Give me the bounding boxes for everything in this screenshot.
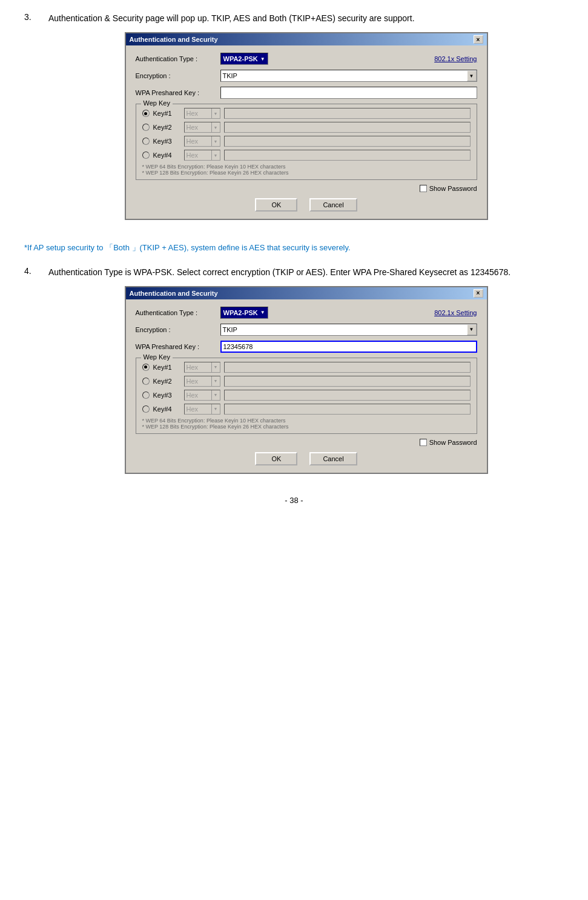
- wpa-key-input-2[interactable]: [220, 341, 477, 353]
- dialog-1-wrapper: Authentication and Security × Authentica…: [48, 32, 564, 220]
- page-footer: - 38 -: [24, 496, 564, 505]
- encryption-row-2: Encryption : TKIP ▼: [136, 324, 477, 336]
- show-password-checkbox-1[interactable]: [420, 185, 427, 192]
- dialog-1-close-button[interactable]: ×: [474, 35, 483, 44]
- wep-key3-radio-2[interactable]: [142, 392, 150, 399]
- auth-type-value-1: WPA2-PSK: [223, 55, 258, 62]
- setting-link-1[interactable]: 802.1x Setting: [434, 55, 477, 62]
- encryption-value-1: TKIP: [221, 72, 467, 79]
- encryption-arrow-1: ▼: [467, 70, 477, 81]
- step-3-text: Authentication & Security page will pop …: [48, 12, 564, 25]
- wpa-key-row-1: WPA Preshared Key :: [136, 87, 477, 99]
- dialog-1: Authentication and Security × Authentica…: [125, 32, 488, 220]
- wep-key1-dropdown-1[interactable]: Hex ▼: [184, 108, 220, 119]
- wep-key4-dropdown-1[interactable]: Hex ▼: [184, 150, 220, 161]
- dialog-2-title: Authentication and Security: [130, 290, 218, 297]
- wep-key3-row-1: Key#3 Hex ▼: [142, 136, 471, 147]
- wep-key3-dropdown-value-1: Hex: [185, 138, 211, 145]
- wep-key4-radio-1[interactable]: [142, 152, 150, 159]
- wep-key3-row-2: Key#3 Hex ▼: [142, 390, 471, 401]
- wep-key4-input-2[interactable]: [224, 404, 471, 415]
- wep-group-legend-1: Wep Key: [141, 99, 173, 107]
- encryption-dropdown-1[interactable]: TKIP ▼: [220, 70, 477, 82]
- wpa-key-input-1[interactable]: [220, 87, 477, 99]
- wep-key4-dropdown-value-1: Hex: [185, 152, 211, 159]
- wep-notes-1: * WEP 64 Bits Encryption: Please Keyin 1…: [142, 164, 471, 176]
- encryption-label-2: Encryption :: [136, 326, 220, 333]
- encryption-arrow-2: ▼: [467, 324, 477, 335]
- wep-key3-arrow-2: ▼: [211, 390, 220, 400]
- wep-key1-radio-2[interactable]: [142, 364, 150, 371]
- auth-type-dropdown-2[interactable]: WPA2-PSK ▼: [220, 307, 268, 319]
- wep-key4-dropdown-value-2: Hex: [185, 405, 211, 413]
- step-4: 4. Authentication Type is WPA-PSK. Selec…: [24, 266, 564, 484]
- wep-group-legend-2: Wep Key: [141, 353, 173, 361]
- auth-type-arrow-1: ▼: [260, 56, 265, 62]
- dialog-1-titlebar: Authentication and Security ×: [126, 33, 487, 45]
- wpa-key-row-2: WPA Preshared Key :: [136, 341, 477, 353]
- wep-key2-input-2[interactable]: [224, 376, 471, 387]
- wep-key4-radio-2[interactable]: [142, 405, 150, 413]
- step-3-content: Authentication & Security page will pop …: [48, 12, 564, 230]
- page-number: - 38 -: [285, 496, 303, 505]
- wep-key1-dropdown-2[interactable]: Hex ▼: [184, 362, 220, 373]
- wep-key3-radio-1[interactable]: [142, 138, 150, 145]
- show-password-row-2: Show Password: [136, 439, 477, 446]
- wep-key2-input-1[interactable]: [224, 122, 471, 133]
- wep-key2-dropdown-value-2: Hex: [185, 378, 211, 385]
- show-password-row-1: Show Password: [136, 185, 477, 192]
- wep-key2-row-2: Key#2 Hex ▼: [142, 376, 471, 387]
- wep-key4-row-2: Key#4 Hex ▼: [142, 404, 471, 415]
- wep-key2-arrow-2: ▼: [211, 376, 220, 386]
- wep-key2-dropdown-2[interactable]: Hex ▼: [184, 376, 220, 387]
- auth-type-label-1: Authentication Type :: [136, 55, 220, 62]
- wep-key3-input-1[interactable]: [224, 136, 471, 147]
- wep-key3-input-2[interactable]: [224, 390, 471, 401]
- encryption-row-1: Encryption : TKIP ▼: [136, 70, 477, 82]
- cancel-button-1[interactable]: Cancel: [309, 198, 357, 212]
- auth-type-value-2: WPA2-PSK: [223, 309, 258, 316]
- note-text: *If AP setup security to 「Both 」(TKIP + …: [24, 242, 564, 254]
- wep-key3-dropdown-2[interactable]: Hex ▼: [184, 390, 220, 401]
- wep-key1-row-1: Key#1 Hex ▼: [142, 108, 471, 119]
- wep-key1-arrow-1: ▼: [211, 108, 220, 118]
- show-password-checkbox-2[interactable]: [420, 439, 427, 446]
- setting-link-2[interactable]: 802.1x Setting: [434, 309, 477, 316]
- dialog-1-title: Authentication and Security: [130, 36, 218, 43]
- wep-key2-dropdown-1[interactable]: Hex ▼: [184, 122, 220, 133]
- wep-key2-arrow-1: ▼: [211, 122, 220, 132]
- auth-type-dropdown-1[interactable]: WPA2-PSK ▼: [220, 53, 268, 65]
- wpa-key-label-2: WPA Preshared Key :: [136, 343, 220, 350]
- encryption-label-1: Encryption :: [136, 72, 220, 79]
- step-3: 3. Authentication & Security page will p…: [24, 12, 564, 230]
- cancel-button-2[interactable]: Cancel: [309, 452, 357, 465]
- dialog-2: Authentication and Security × Authentica…: [125, 286, 488, 474]
- dialog-2-close-button[interactable]: ×: [474, 289, 483, 298]
- wep-key1-label-1: Key#1: [153, 110, 180, 117]
- ok-button-2[interactable]: OK: [255, 452, 297, 465]
- dialog-2-titlebar: Authentication and Security ×: [126, 287, 487, 299]
- wep-key1-label-2: Key#1: [153, 364, 180, 371]
- wpa-key-control-2: [220, 341, 477, 353]
- wep-key2-radio-1[interactable]: [142, 124, 150, 131]
- ok-button-1[interactable]: OK: [255, 198, 297, 212]
- wep-key1-dropdown-value-1: Hex: [185, 110, 211, 117]
- wep-key4-input-1[interactable]: [224, 150, 471, 161]
- wep-key3-label-1: Key#3: [153, 138, 180, 145]
- wep-key3-dropdown-1[interactable]: Hex ▼: [184, 136, 220, 147]
- encryption-dropdown-2[interactable]: TKIP ▼: [220, 324, 477, 336]
- wep-note2-2: * WEP 128 Bits Encryption: Please Keyin …: [142, 424, 471, 430]
- wep-note1-1: * WEP 64 Bits Encryption: Please Keyin 1…: [142, 164, 471, 170]
- show-password-label-1: Show Password: [429, 185, 477, 192]
- wep-key1-input-1[interactable]: [224, 108, 471, 119]
- encryption-control-1: TKIP ▼: [220, 70, 477, 82]
- wep-key1-radio-1[interactable]: [142, 110, 150, 117]
- wep-key2-radio-2[interactable]: [142, 378, 150, 385]
- dialog-2-wrapper: Authentication and Security × Authentica…: [48, 286, 564, 474]
- wep-key4-label-2: Key#4: [153, 405, 180, 413]
- wep-key1-input-2[interactable]: [224, 362, 471, 373]
- wep-key4-dropdown-2[interactable]: Hex ▼: [184, 404, 220, 415]
- wep-key3-dropdown-value-2: Hex: [185, 392, 211, 399]
- wep-key2-row-1: Key#2 Hex ▼: [142, 122, 471, 133]
- dialog-1-body: Authentication Type : WPA2-PSK ▼ 802.1x …: [126, 45, 487, 219]
